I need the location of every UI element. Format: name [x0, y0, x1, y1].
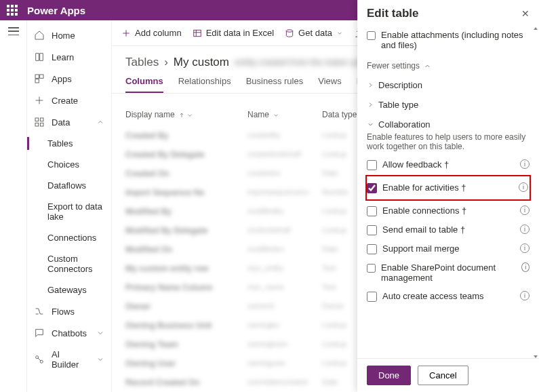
tab-columns[interactable]: Columns	[125, 76, 163, 93]
breadcrumb-current: My custom	[174, 56, 229, 69]
nav-label: Export to data lake	[47, 201, 104, 222]
checkbox[interactable]	[367, 160, 377, 170]
home-icon	[34, 30, 45, 41]
cancel-button[interactable]: Cancel	[418, 366, 468, 385]
info-icon[interactable]: i	[520, 205, 530, 215]
nav-home[interactable]: Home	[27, 24, 111, 46]
ai-icon	[34, 354, 45, 365]
nav-data[interactable]: Data	[27, 111, 111, 133]
nav-label: Flows	[52, 307, 75, 317]
nav-flows[interactable]: Flows	[27, 300, 111, 322]
checkbox[interactable]	[367, 225, 377, 235]
opt-enable-connections[interactable]: Enable connections † i	[367, 201, 530, 220]
nav-gateways[interactable]: Gateways	[27, 279, 111, 300]
nav-label: Dataflows	[47, 180, 86, 191]
opt-sharepoint[interactable]: Enable SharePoint document management i	[367, 258, 530, 287]
nav-chatbots[interactable]: Chatbots	[27, 322, 111, 344]
nav-label: Chatbots	[52, 328, 87, 338]
opt-enable-activities[interactable]: Enable for activities † i	[367, 178, 528, 197]
svg-rect-4	[35, 118, 39, 121]
close-icon[interactable]: ✕	[521, 8, 530, 19]
tab-views[interactable]: Views	[318, 76, 341, 93]
checkbox[interactable]	[367, 183, 377, 193]
col-display-name[interactable]: Display name	[125, 110, 241, 119]
checkbox[interactable]	[367, 244, 377, 254]
checkbox[interactable]	[367, 263, 376, 273]
nav-create[interactable]: Create	[27, 90, 111, 111]
col-name[interactable]: Name	[247, 110, 315, 119]
nav-label: Tables	[47, 138, 73, 149]
done-button[interactable]: Done	[367, 366, 411, 385]
option-label: Auto create access teams	[382, 291, 484, 301]
nav-label: Home	[52, 31, 75, 41]
opt-access-teams[interactable]: Auto create access teams i	[367, 287, 530, 306]
chevron-right-icon	[367, 101, 374, 109]
info-icon[interactable]: i	[519, 182, 528, 192]
nav-learn[interactable]: Learn	[27, 46, 111, 68]
svg-rect-6	[35, 123, 39, 126]
database-icon	[285, 28, 294, 38]
opt-allow-feedback[interactable]: Allow feedback † i	[367, 155, 530, 174]
chevron-right-icon	[367, 81, 374, 89]
nav-label: Create	[52, 96, 78, 106]
info-icon[interactable]: i	[520, 159, 530, 169]
opt-mail-merge[interactable]: Support mail merge i	[367, 239, 530, 258]
nav-connections[interactable]: Connections	[27, 227, 111, 248]
chevron-down-icon	[96, 329, 104, 337]
opt-send-email[interactable]: Send email to table † i	[367, 220, 530, 239]
cmd-get-data[interactable]: Get data	[285, 28, 343, 38]
cmd-label: Get data	[298, 28, 332, 38]
info-icon[interactable]: i	[520, 243, 530, 253]
book-icon	[34, 52, 45, 62]
option-label: Allow feedback †	[382, 159, 449, 170]
section-table-type[interactable]: Table type	[367, 93, 530, 113]
nav-label: Apps	[52, 74, 72, 84]
hamburger-icon[interactable]	[8, 27, 19, 35]
info-icon[interactable]: i	[520, 224, 530, 234]
panel-title: Edit table	[367, 7, 419, 20]
collab-helper: Enable features to help users to more ea…	[367, 132, 530, 155]
chevron-down-icon	[336, 28, 343, 38]
chevron-up-icon	[96, 118, 104, 126]
info-icon[interactable]: i	[521, 262, 530, 272]
nav-ai[interactable]: AI Builder	[27, 344, 111, 375]
highlight-box: Enable for activities † i	[365, 175, 531, 201]
nav-tables[interactable]: Tables	[27, 133, 111, 154]
panel-body: Enable attachments (including notes and …	[357, 23, 539, 358]
nav-dataflows[interactable]: Dataflows	[27, 175, 111, 196]
info-icon[interactable]: i	[520, 291, 530, 300]
nav-label: Choices	[47, 159, 79, 170]
grid-icon	[34, 117, 45, 128]
breadcrumb-root[interactable]: Tables	[125, 56, 159, 69]
nav-label: Learn	[52, 52, 74, 62]
chevron-down-icon	[186, 112, 193, 119]
option-label: Enable for activities †	[382, 182, 466, 193]
opt-enable-attachments[interactable]: Enable attachments (including notes and …	[367, 26, 530, 54]
option-label: Support mail merge	[382, 243, 459, 254]
scrollbar[interactable]	[534, 27, 538, 358]
nav-choices[interactable]: Choices	[27, 154, 111, 175]
checkbox[interactable]	[367, 206, 377, 216]
app-launcher-icon[interactable]	[7, 5, 18, 16]
edit-table-panel: Edit table ✕ Enable attachments (includi…	[357, 0, 539, 392]
tab-business-rules[interactable]: Business rules	[246, 76, 304, 93]
checkbox[interactable]	[367, 31, 376, 41]
cmd-edit-excel[interactable]: Edit data in Excel	[193, 28, 274, 38]
section-description[interactable]: Description	[367, 73, 530, 93]
sidebar: Home Learn Apps Create Data Tables Choic…	[27, 20, 112, 392]
plus-icon	[34, 95, 45, 106]
section-collaboration[interactable]: Collaboration	[367, 113, 530, 132]
section-label: Fewer settings	[367, 61, 420, 71]
flow-icon	[34, 306, 45, 317]
chevron-down-icon	[96, 355, 104, 364]
tab-relationships[interactable]: Relationships	[178, 76, 231, 93]
option-label: Send email to table †	[382, 224, 465, 235]
cmd-add-column[interactable]: Add column	[121, 28, 182, 38]
fewer-settings-toggle[interactable]: Fewer settings	[367, 54, 530, 73]
nav-customconn[interactable]: Custom Connectors	[27, 248, 111, 279]
svg-point-11	[286, 29, 292, 32]
nav-apps[interactable]: Apps	[27, 68, 111, 90]
section-label: Table type	[378, 100, 418, 110]
nav-export[interactable]: Export to data lake	[27, 196, 111, 227]
checkbox[interactable]	[367, 292, 377, 302]
